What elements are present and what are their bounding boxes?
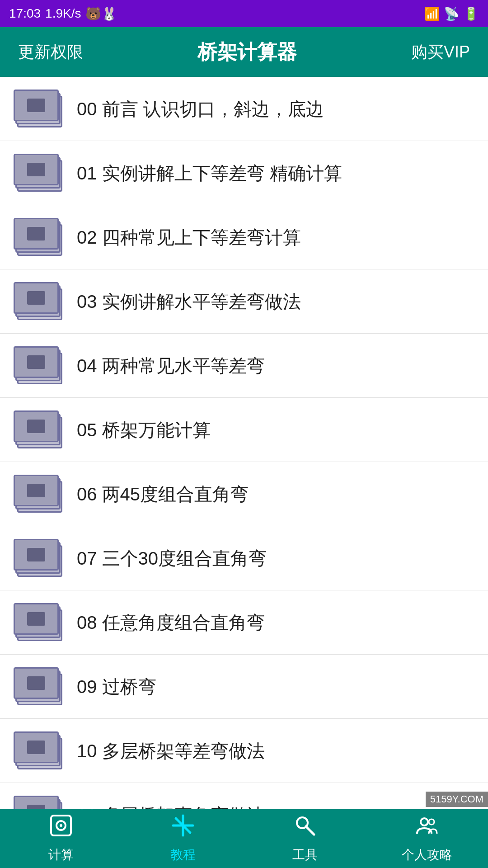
list-item-label: 02 四种常见上下等差弯计算 [77,226,474,249]
nav-label-tutorial: 教程 [170,846,196,863]
video-thumbnail-icon [14,731,63,770]
video-thumbnail-icon [14,90,63,128]
watermark: 5159Y.COM [426,792,488,807]
nav-icon-personal [415,814,439,843]
list-item[interactable]: 03 实例讲解水平等差弯做法 [0,269,488,334]
list-item-label: 03 实例讲解水平等差弯做法 [77,290,474,313]
wifi-icon: 📡 [444,6,460,21]
list-item-label: 10 多层桥架等差弯做法 [77,739,474,763]
list-item[interactable]: 08 任意角度组合直角弯 [0,590,488,655]
svg-line-7 [306,826,314,835]
list-item[interactable]: 10 多层桥架等差弯做法 [0,719,488,783]
video-thumbnail-icon [14,603,63,642]
list-item-label: 06 两45度组合直角弯 [77,482,474,506]
video-thumbnail-icon [14,154,63,192]
list-item-label: 04 两种常见水平等差弯 [77,354,474,377]
svg-point-2 [60,824,62,827]
header-title: 桥架计算器 [83,39,411,66]
nav-item-tutorial[interactable]: 教程 [122,809,244,868]
list-item[interactable]: 02 四种常见上下等差弯计算 [0,205,488,269]
header-vip-button[interactable]: 购买VIP [411,41,470,63]
bottom-nav: 计算 教程 工具 个人攻略 [0,809,488,868]
list-item-label: 00 前言 认识切口，斜边，底边 [77,97,474,121]
video-thumbnail-icon [14,475,63,513]
nav-icon-calc [49,814,73,843]
video-thumbnail-icon [14,410,63,449]
video-thumbnail-icon [14,346,63,385]
header-update-button[interactable]: 更新权限 [18,41,83,63]
status-icons: 🐻🐰 [85,6,117,21]
status-time: 17:03 [9,6,41,21]
status-bar: 17:03 1.9K/s 🐻🐰 📶 📡 🔋 [0,0,488,27]
list-item-label: 05 桥架万能计算 [77,418,474,442]
content-list: 00 前言 认识切口，斜边，底边01 实例讲解上下等差弯 精确计算02 四种常见… [0,77,488,847]
list-item-label: 09 过桥弯 [77,675,474,698]
list-item-label: 01 实例讲解上下等差弯 精确计算 [77,161,474,185]
svg-point-9 [429,819,434,825]
video-thumbnail-icon [14,667,63,706]
nav-label-personal: 个人攻略 [402,846,452,863]
status-left: 17:03 1.9K/s 🐻🐰 [9,6,117,21]
nav-label-tools: 工具 [292,846,318,863]
status-network: 1.9K/s [45,6,81,21]
nav-icon-tools [293,814,317,843]
battery-icon: 🔋 [463,6,479,21]
header: 更新权限 桥架计算器 购买VIP [0,27,488,77]
status-right: 📶 📡 🔋 [424,6,479,21]
list-item[interactable]: 05 桥架万能计算 [0,398,488,462]
list-item-label: 08 任意角度组合直角弯 [77,611,474,634]
svg-point-8 [421,818,428,826]
video-thumbnail-icon [14,282,63,321]
video-thumbnail-icon [14,539,63,577]
list-item[interactable]: 07 三个30度组合直角弯 [0,526,488,590]
nav-icon-tutorial [171,814,195,843]
video-thumbnail-icon [14,218,63,256]
list-item-label: 07 三个30度组合直角弯 [77,547,474,570]
nav-item-tools[interactable]: 工具 [244,809,366,868]
nav-item-calc[interactable]: 计算 [0,809,122,868]
list-item[interactable]: 09 过桥弯 [0,655,488,719]
list-item[interactable]: 00 前言 认识切口，斜边，底边 [0,77,488,141]
list-item[interactable]: 04 两种常见水平等差弯 [0,334,488,398]
list-item[interactable]: 01 实例讲解上下等差弯 精确计算 [0,141,488,205]
signal-icon: 📶 [424,6,440,21]
list-item[interactable]: 06 两45度组合直角弯 [0,462,488,526]
nav-item-personal[interactable]: 个人攻略 [366,809,488,868]
nav-label-calc: 计算 [48,846,74,863]
